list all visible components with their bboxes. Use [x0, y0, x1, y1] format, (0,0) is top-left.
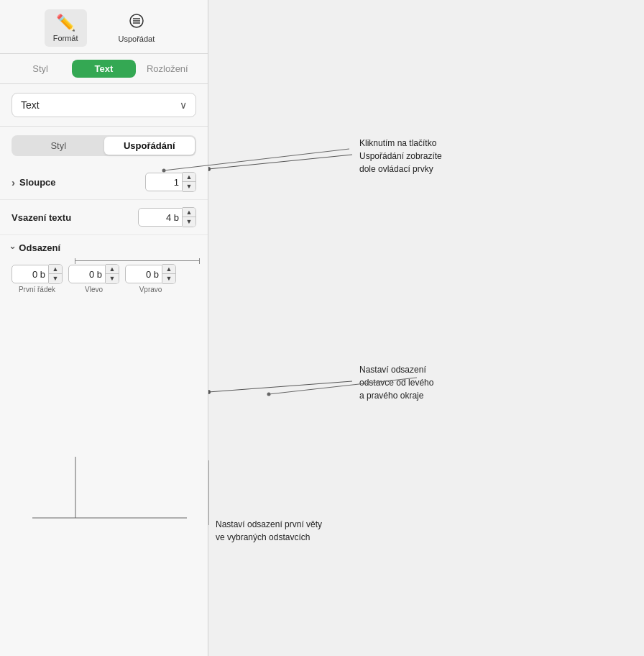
sloupce-decrement[interactable]: ▼: [183, 182, 196, 191]
prvni-radek-field: ▲ ▼ První řádek: [12, 264, 63, 293]
odsazeni-header: › Odsazení: [12, 242, 196, 253]
vpravo-stepper: ▲ ▼: [125, 264, 176, 284]
text-style-section: Text ∨: [0, 84, 208, 127]
style-sub-tabs: Styl Uspořádání: [12, 135, 196, 156]
svg-point-12: [267, 393, 271, 396]
svg-point-7: [208, 390, 211, 394]
text-style-dropdown[interactable]: Text ∨: [12, 93, 196, 117]
tab-styl[interactable]: Styl: [9, 60, 72, 78]
vlevo-stepper: ▲ ▼: [68, 264, 119, 284]
svg-line-4: [208, 155, 352, 169]
vlevo-decrement[interactable]: ▼: [106, 274, 119, 283]
vsazeni-input[interactable]: [138, 208, 183, 227]
svg-line-6: [208, 381, 352, 392]
vpravo-decrement[interactable]: ▼: [162, 274, 175, 283]
callout-prvni-radek: Nastaví odsazení první věty ve vybraných…: [216, 518, 322, 544]
vlevo-field: ▲ ▼ Vlevo: [68, 264, 119, 293]
callout-area: Kliknutím na tlačítko Uspořádání zobrazí…: [208, 0, 644, 656]
odsazeni-label: Odsazení: [19, 242, 60, 253]
vsazeni-label: Vsazení textu: [12, 212, 71, 223]
format-panel: ✏️ Formát Uspořádat Styl Text Rozlože: [0, 0, 208, 656]
vsazeni-stepper: ▲ ▼: [138, 207, 196, 227]
odsazeni-arrow-icon: ›: [8, 246, 19, 249]
tab-rozlozeni[interactable]: Rozložení: [136, 60, 199, 78]
chevron-down-icon: ∨: [180, 99, 187, 111]
prvni-radek-input[interactable]: [12, 265, 49, 283]
sloupce-label: Sloupce: [12, 176, 56, 188]
callout-odsazeni: Nastaví odsazení odstavce od levého a pr…: [359, 363, 433, 402]
callout-lines-svg: [208, 0, 644, 656]
vsazeni-increment[interactable]: ▲: [183, 208, 196, 217]
format-label: Formát: [53, 34, 78, 42]
prvni-radek-stepper: ▲ ▼: [12, 264, 63, 284]
vpravo-field: ▲ ▼ Vpravo: [125, 264, 176, 293]
svg-point-5: [208, 167, 211, 171]
vpravo-input[interactable]: [125, 265, 162, 283]
sloupce-increment[interactable]: ▲: [183, 173, 196, 182]
screenshot-container: ✏️ Formát Uspořádat Styl Text Rozlože: [0, 0, 644, 656]
callout-usporadani: Kliknutím na tlačítko Uspořádání zobrazí…: [359, 137, 442, 176]
sloupce-row: Sloupce 1 ▲ ▼: [0, 165, 208, 200]
odsazeni-fields: ▲ ▼ První řádek ▲ ▼: [12, 264, 196, 293]
style-tab-usporadani[interactable]: Uspořádání: [104, 137, 196, 155]
vsazeni-row: Vsazení textu ▲ ▼: [0, 200, 208, 235]
style-tab-styl[interactable]: Styl: [13, 137, 104, 155]
vpravo-increment[interactable]: ▲: [162, 265, 175, 274]
svg-line-11: [269, 378, 417, 394]
vlevo-input[interactable]: [68, 265, 106, 283]
arrange-label: Uspořádat: [119, 35, 155, 43]
vsazeni-stepper-buttons: ▲ ▼: [183, 207, 196, 227]
prvni-radek-increment[interactable]: ▲: [49, 265, 62, 274]
prvni-radek-decrement[interactable]: ▼: [49, 274, 62, 283]
arrange-button[interactable]: Uspořádat: [110, 9, 164, 47]
format-icon: ✏️: [56, 14, 75, 32]
vlevo-buttons: ▲ ▼: [106, 264, 119, 284]
sloupce-stepper-buttons: ▲ ▼: [183, 172, 196, 192]
vpravo-buttons: ▲ ▼: [162, 264, 176, 284]
vpravo-label: Vpravo: [139, 286, 162, 293]
vsazeni-decrement[interactable]: ▼: [183, 217, 196, 227]
dropdown-value: Text: [21, 99, 40, 111]
format-button[interactable]: ✏️ Formát: [45, 9, 87, 47]
sloupce-stepper: 1 ▲ ▼: [145, 172, 196, 192]
main-tabs: Styl Text Rozložení: [0, 54, 208, 84]
sloupce-input[interactable]: 1: [145, 173, 183, 191]
tab-text[interactable]: Text: [72, 60, 135, 78]
prvni-radek-buttons: ▲ ▼: [49, 264, 63, 284]
vlevo-label: Vlevo: [85, 286, 103, 293]
odsazeni-section: › Odsazení ▲: [0, 235, 208, 293]
prvni-radek-label: První řádek: [19, 286, 55, 293]
toolbar: ✏️ Formát Uspořádat: [0, 0, 208, 54]
arrange-icon: [129, 13, 144, 33]
panel-body: Text ∨ Styl Uspořádání Sloupce 1 ▲ ▼: [0, 84, 208, 656]
vlevo-increment[interactable]: ▲: [106, 265, 119, 274]
